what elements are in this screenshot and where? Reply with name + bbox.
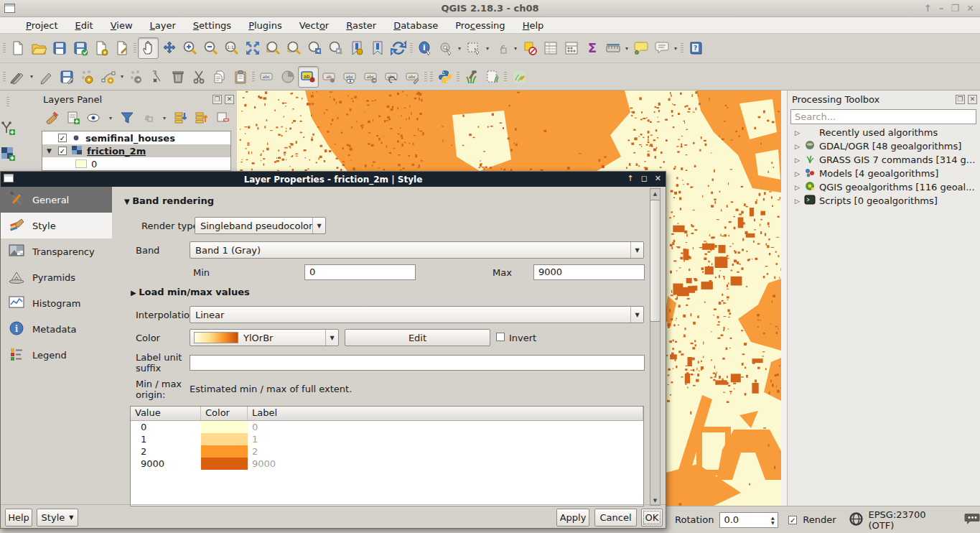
dialog-tab-general[interactable]: General: [1, 187, 112, 213]
expand-arrow-icon[interactable]: ▷: [795, 143, 801, 150]
zoom-next-icon[interactable]: [325, 37, 346, 59]
pan-map-icon[interactable]: [138, 37, 159, 59]
ok-button[interactable]: OK: [641, 509, 663, 527]
colormap-label[interactable]: 9000: [248, 458, 643, 470]
save-project-icon[interactable]: [49, 37, 70, 59]
cancel-button[interactable]: Cancel: [594, 509, 637, 527]
statistical-summary-icon[interactable]: Σ: [582, 37, 602, 59]
processing-group[interactable]: ▷GRASS GIS 7 commands [314 g...: [788, 153, 980, 167]
close-panel-icon[interactable]: ✕: [968, 95, 977, 104]
map-tips-icon[interactable]: [630, 37, 651, 59]
processing-group[interactable]: ▷GDAL/OGR [48 geoalgorithms]: [788, 139, 980, 153]
colormap-value[interactable]: 0: [131, 421, 201, 433]
layer-expander-icon[interactable]: ▼: [47, 147, 54, 154]
processing-search-input[interactable]: Search...: [790, 109, 976, 124]
cut-features-icon[interactable]: [188, 66, 209, 88]
minimize-window-icon[interactable]: –: [939, 3, 944, 14]
identify-features-icon[interactable]: i: [414, 37, 435, 59]
grass-new-mapset-icon[interactable]: [508, 66, 529, 88]
refresh-icon[interactable]: [388, 37, 409, 59]
run-feature-action-icon[interactable]: [435, 37, 456, 59]
toolbar-handle[interactable]: [1, 39, 7, 57]
toolbar-handle[interactable]: [679, 39, 685, 57]
processing-group[interactable]: ▷QGIS geoalgorithms [116 geoal...: [788, 180, 980, 194]
save-layer-edits-icon[interactable]: [56, 66, 77, 88]
text-annotation-icon[interactable]: [651, 37, 672, 59]
apply-button[interactable]: Apply: [556, 509, 589, 527]
text-annotation-dropdown-icon[interactable]: ▾: [672, 45, 679, 52]
expand-arrow-icon[interactable]: ▷: [795, 184, 801, 191]
colormap-table[interactable]: ValueColorLabel00112290009000: [130, 406, 644, 506]
remove-layer-icon[interactable]: [215, 110, 230, 126]
layer-item-semifinal_houses[interactable]: ✓semifinal_houses: [42, 131, 230, 144]
scroll-thumb[interactable]: [650, 200, 661, 322]
deselect-all-icon[interactable]: [519, 37, 540, 59]
style-menu-button[interactable]: Style▼: [37, 509, 78, 527]
processing-group-label[interactable]: Recently used algorithms: [819, 127, 938, 138]
menu-edit[interactable]: Edit: [67, 19, 102, 32]
zoom-native-icon[interactable]: 1:1: [221, 37, 242, 59]
processing-group-label[interactable]: Scripts [0 geoalgorithms]: [819, 195, 938, 206]
select-features-icon[interactable]: [463, 37, 484, 59]
dialog-tab-legend[interactable]: Legend: [1, 342, 112, 368]
dialog-tab-label[interactable]: Pyramids: [32, 272, 75, 283]
highlight-pinned-labels-icon[interactable]: ab: [319, 66, 340, 88]
rotate-label-icon[interactable]: abc: [381, 66, 402, 88]
layer-item-friction_2m[interactable]: ▼✓friction_2m: [42, 144, 230, 157]
collapse-all-icon[interactable]: [194, 110, 210, 126]
grass-tools-icon[interactable]: [461, 66, 482, 88]
grass-region-icon[interactable]: [482, 66, 503, 88]
menu-vector[interactable]: Vector: [291, 19, 337, 32]
close-window-icon[interactable]: ✕: [966, 3, 974, 14]
measure-line-icon[interactable]: [602, 37, 623, 59]
current-edits-dropdown-icon[interactable]: ▾: [28, 73, 35, 80]
toolbar-handle[interactable]: [5, 93, 11, 111]
new-bookmark-icon[interactable]: [346, 37, 367, 59]
menu-database[interactable]: Database: [385, 19, 447, 32]
layer-visibility-checkbox[interactable]: ✓: [58, 134, 67, 142]
processing-group[interactable]: ▷Recently used algorithms: [788, 126, 980, 139]
select-features-dropdown-icon[interactable]: ▾: [484, 45, 491, 52]
toolbar-handle[interactable]: [429, 68, 434, 86]
show-hide-labels-icon[interactable]: abc: [340, 66, 360, 88]
dialog-tab-histogram[interactable]: Histogram: [1, 290, 112, 316]
measure-line-dropdown-icon[interactable]: ▾: [623, 45, 630, 52]
load-minmax-header[interactable]: ▶ Load min/max values: [131, 287, 250, 297]
colormap-value[interactable]: 9000: [131, 458, 201, 470]
menu-layer[interactable]: Layer: [141, 19, 185, 32]
colormap-row[interactable]: 11: [131, 433, 643, 445]
colormap-color-swatch[interactable]: [201, 458, 248, 470]
toolbar-handle[interactable]: [1, 68, 7, 86]
processing-group-label[interactable]: QGIS geoalgorithms [116 geoal...: [819, 182, 975, 193]
pin-labels-icon[interactable]: ab: [298, 66, 319, 88]
dialog-tab-transparency[interactable]: Transparency: [1, 238, 112, 264]
column-header-color[interactable]: Color: [201, 407, 248, 420]
dialog-tab-label[interactable]: Transparency: [32, 246, 95, 257]
paste-features-icon[interactable]: [230, 66, 251, 88]
zoom-to-selection-icon[interactable]: [284, 37, 304, 59]
toolbar-handle[interactable]: [251, 68, 256, 86]
crs-globe-icon[interactable]: [849, 512, 863, 528]
add-group-icon[interactable]: [65, 110, 81, 126]
show-bookmarks-icon[interactable]: [367, 37, 388, 59]
dialog-tab-label[interactable]: General: [32, 195, 69, 205]
pan-to-selection-icon[interactable]: [159, 37, 179, 59]
python-console-icon[interactable]: [434, 66, 455, 88]
render-checkbox[interactable]: ✓: [788, 516, 797, 524]
current-edits-icon[interactable]: [7, 66, 28, 88]
colormap-label[interactable]: 0: [248, 421, 643, 433]
layer-labeling-icon[interactable]: abc: [256, 66, 277, 88]
float-panel-icon[interactable]: ❐: [213, 95, 222, 104]
help-contents-icon[interactable]: ?: [685, 37, 706, 59]
toolbar-handle[interactable]: [132, 39, 138, 57]
dialog-maximize-icon[interactable]: ◻: [641, 174, 648, 183]
zoom-to-layer-icon[interactable]: [263, 37, 284, 59]
style-manager-icon[interactable]: [45, 110, 60, 126]
rotation-value[interactable]: 0.0: [720, 514, 767, 525]
interpolation-combo[interactable]: Linear▼: [190, 306, 644, 323]
processing-group-label[interactable]: GRASS GIS 7 commands [314 g...: [819, 154, 975, 165]
scroll-up-icon[interactable]: ▲: [650, 188, 661, 199]
toggle-editing-icon[interactable]: [35, 66, 56, 88]
select-by-expression-dropdown-icon[interactable]: ▾: [512, 45, 519, 52]
new-print-composer-icon[interactable]: [90, 37, 111, 59]
